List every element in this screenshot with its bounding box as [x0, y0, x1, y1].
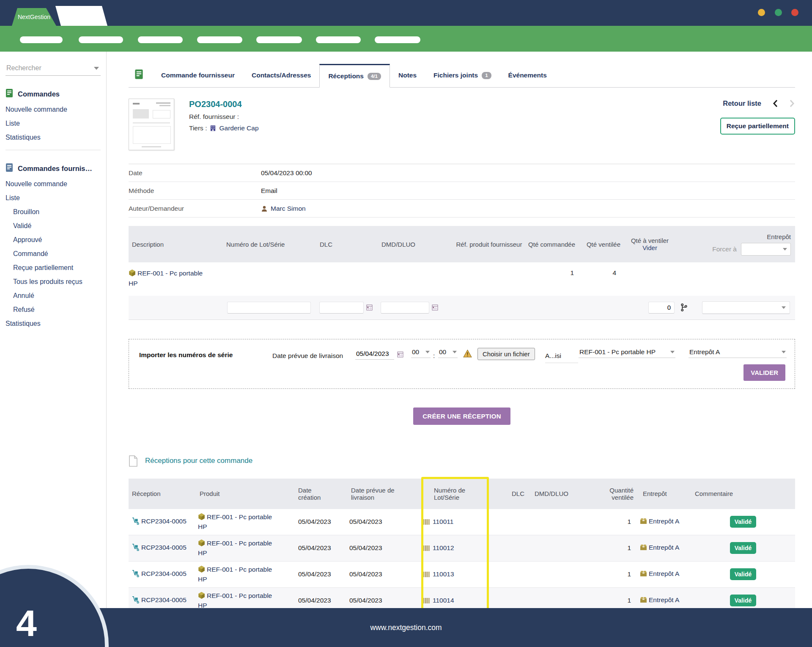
inactive-browser-tab[interactable]	[55, 6, 107, 26]
tab-evenements[interactable]: Événements	[500, 63, 555, 87]
reception-link[interactable]: RCP2304-0005	[141, 570, 187, 577]
menu-item-placeholder[interactable]	[138, 36, 183, 43]
product-link[interactable]: REF-001 - Pc portable HP	[198, 513, 272, 530]
warehouse-link[interactable]: Entrepôt A	[649, 544, 679, 551]
warehouse-box-icon	[640, 544, 647, 553]
window-maximize-dot[interactable]	[775, 9, 782, 16]
warehouse-link[interactable]: Entrepôt A	[649, 570, 679, 577]
product-link[interactable]: REF-001 - Pc portable HP	[198, 592, 272, 609]
chevron-down-icon[interactable]	[94, 67, 99, 70]
chevron-left-icon[interactable]	[772, 99, 778, 107]
sidebar-item-recue-partiellement[interactable]: Reçue partiellement	[13, 264, 101, 272]
sidebar-item-annule[interactable]: Annulé	[13, 292, 101, 300]
status-badge: Reçue partiellement	[720, 118, 795, 135]
shipment-dolly-icon	[132, 570, 140, 579]
hour-select[interactable]: 00	[411, 347, 431, 358]
sidebar-section-commandes-fournisseurs[interactable]: Commandes fournis…	[5, 163, 101, 174]
sidebar-item-nouvelle-commande[interactable]: Nouvelle commande	[5, 106, 101, 113]
menu-item-placeholder[interactable]	[79, 36, 123, 43]
calendar-icon[interactable]	[397, 351, 403, 358]
product-link[interactable]: REF-001 - Pc portable HP	[129, 270, 203, 287]
reception-link[interactable]: RCP2304-0005	[141, 596, 187, 603]
dispatch-warehouse-select[interactable]	[702, 301, 790, 314]
col-numero-lot-serie: Numéro de Lot/Série	[420, 487, 490, 501]
warehouse-link[interactable]: Entrepôt A	[649, 596, 679, 603]
window-minimize-dot[interactable]	[758, 9, 765, 16]
calendar-icon[interactable]	[432, 304, 438, 311]
tab-notes[interactable]: Notes	[390, 63, 425, 87]
planned-delivery-date-label: Date prévue de livraison	[272, 352, 343, 360]
tab-fichiers-joints[interactable]: Fichiers joints 1	[425, 63, 500, 87]
menu-item-placeholder[interactable]	[316, 36, 361, 43]
main-content: Commande fournisseur Contacts/Adresses R…	[107, 52, 812, 608]
serial-link[interactable]: 110011	[433, 518, 453, 526]
serial-link[interactable]: 110013	[433, 570, 454, 578]
order-info-table: Date 05/04/2023 00:00 Méthode Email Aute…	[129, 164, 795, 218]
col-dmd-dluo: DMD/DLUO	[526, 490, 577, 497]
qty-to-dispatch-input[interactable]	[648, 302, 675, 314]
dlc-date-input[interactable]	[319, 302, 364, 314]
footer-bar: www.nextgestion.com	[0, 608, 812, 647]
import-warehouse-select[interactable]: Entrepôt A	[689, 347, 787, 358]
dmd-date-input[interactable]	[381, 302, 429, 314]
sidebar-item-statistiques[interactable]: Statistiques	[5, 134, 101, 141]
menu-item-placeholder[interactable]	[197, 36, 242, 43]
product-link[interactable]: REF-001 - Pc portable HP	[198, 566, 272, 583]
date-creation: 05/04/2023	[291, 597, 344, 604]
document-thumbnail[interactable]	[129, 99, 174, 150]
building-icon	[210, 125, 216, 132]
import-product-select[interactable]: REF-001 - Pc portable HP	[579, 347, 675, 358]
col-date-prevue: Date prévue de livraison	[344, 487, 420, 501]
sidebar-item-approuve[interactable]: Approuvé	[13, 236, 101, 244]
planned-delivery-date-input[interactable]	[355, 349, 394, 360]
reception-row: RCP2304-0005 REF-001 - Pc portable HP 05…	[129, 535, 795, 562]
main-menu-bar	[0, 26, 812, 52]
tab-commande-fournisseur[interactable]: Commande fournisseur	[153, 63, 243, 87]
sidebar-item-statistiques-fournisseur[interactable]: Statistiques	[5, 320, 101, 328]
tab-bar: Commande fournisseur Contacts/Adresses R…	[129, 52, 795, 88]
valider-button[interactable]: VALIDER	[743, 364, 785, 381]
tab-contacts-adresses[interactable]: Contacts/Adresses	[243, 63, 319, 87]
author-link[interactable]: Marc Simon	[271, 205, 306, 212]
sidebar-item-liste-fournisseur[interactable]: Liste	[5, 194, 101, 202]
sidebar-item-nouvelle-commande-fournisseur[interactable]: Nouvelle commande	[5, 180, 101, 188]
col-quantite-ventilee: Quantité ventilée	[577, 487, 636, 501]
vider-link[interactable]: Vider	[621, 244, 678, 251]
create-reception-button[interactable]: CRÉER UNE RÉCEPTION	[413, 407, 510, 425]
serial-link[interactable]: 110012	[433, 544, 454, 552]
choose-file-button[interactable]: Choisir un fichier	[477, 348, 535, 360]
order-reference: PO2304-0004	[189, 99, 259, 109]
reception-link[interactable]: RCP2304-0005	[141, 544, 187, 551]
menu-item-placeholder[interactable]	[20, 36, 63, 43]
reception-link[interactable]: RCP2304-0005	[141, 518, 187, 525]
col-qte-commandee: Qté commandée	[524, 241, 579, 248]
attachments-count-badge: 1	[482, 72, 491, 79]
warehouse-link[interactable]: Entrepôt A	[649, 518, 679, 525]
brand-tab[interactable]: NextGestion	[12, 8, 56, 26]
minute-select[interactable]: 00	[438, 347, 458, 358]
product-link[interactable]: REF-001 - Pc portable HP	[198, 540, 272, 556]
window-close-dot[interactable]	[791, 9, 798, 16]
date-prevue: 05/04/2023	[344, 597, 420, 604]
search-input[interactable]: Rechercher	[5, 63, 101, 76]
back-to-list-link[interactable]: Retour liste	[723, 99, 761, 107]
status-badge: Validé	[730, 568, 756, 580]
sidebar-section-commandes[interactable]: Commandes	[5, 88, 101, 99]
serial-link[interactable]: 110014	[433, 597, 454, 604]
sidebar-item-valide[interactable]: Validé	[13, 222, 101, 230]
shipment-dolly-icon	[132, 518, 140, 527]
force-warehouse-select[interactable]	[741, 243, 791, 256]
sidebar-item-liste[interactable]: Liste	[5, 120, 101, 127]
tab-receptions[interactable]: Réceptions 4/1	[319, 64, 390, 88]
menu-item-placeholder[interactable]	[256, 36, 302, 43]
third-party-link[interactable]: Garderie Cap	[219, 124, 258, 132]
lot-serial-input[interactable]	[227, 302, 311, 314]
sidebar-item-refuse[interactable]: Refusé	[13, 306, 101, 314]
chevron-right-icon[interactable]	[789, 99, 795, 107]
sidebar-item-tous-les-produits-recus[interactable]: Tous les produits reçus	[13, 278, 101, 286]
qty-ventilee: 1	[577, 570, 636, 578]
menu-item-placeholder[interactable]	[375, 36, 420, 43]
supplier-order-doc-icon	[5, 163, 13, 174]
sidebar-item-brouillon[interactable]: Brouillon	[13, 208, 101, 216]
sidebar-item-commande[interactable]: Commandé	[13, 250, 101, 258]
